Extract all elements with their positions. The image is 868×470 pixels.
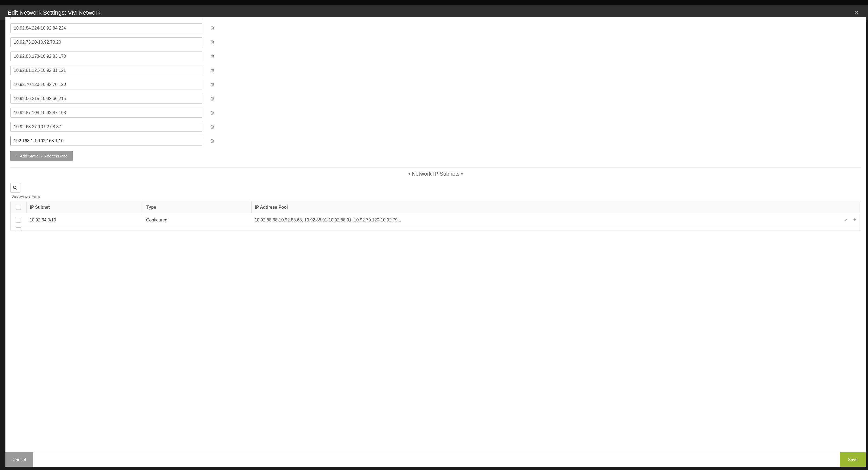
ip-pool-input[interactable] (10, 23, 202, 33)
pencil-icon[interactable] (844, 217, 849, 223)
svg-point-0 (13, 186, 16, 189)
ip-pool-input[interactable] (10, 108, 202, 118)
modal-body: + Add Static IP Address Pool • Network I… (5, 17, 866, 467)
add-button-label: Add Static IP Address Pool (20, 154, 68, 158)
row-checkbox[interactable] (16, 227, 21, 230)
table-row[interactable]: 10.92.64.0/19 Configured 10.92.88.68-10.… (10, 213, 861, 227)
ip-pool-row (10, 122, 861, 132)
ip-pool-input[interactable] (10, 94, 202, 103)
trash-icon[interactable] (210, 54, 215, 59)
add-static-ip-pool-button[interactable]: + Add Static IP Address Pool (10, 151, 73, 161)
ip-pool-row (10, 52, 861, 61)
section-title-subnets: • Network IP Subnets • (10, 171, 861, 177)
close-icon[interactable]: × (852, 9, 860, 16)
trash-icon[interactable] (210, 110, 215, 115)
cell-type: Configured (143, 213, 251, 227)
trash-icon[interactable] (210, 40, 215, 45)
row-actions (842, 217, 861, 223)
trash-icon[interactable] (210, 26, 215, 31)
save-button[interactable]: Save (840, 452, 866, 467)
ip-pool-input[interactable] (10, 122, 202, 132)
ip-pool-input[interactable] (10, 136, 202, 146)
ip-pool-row (10, 66, 861, 75)
ip-pool-row (10, 136, 861, 146)
header-ip-pool[interactable]: IP Address Pool (251, 201, 842, 213)
trash-icon[interactable] (210, 124, 215, 129)
footer-spacer (33, 452, 840, 467)
trash-icon[interactable] (210, 82, 215, 87)
ip-pool-row (10, 108, 861, 118)
ip-pool-row (10, 37, 861, 47)
header-checkbox-cell (10, 205, 26, 210)
trash-icon[interactable] (210, 138, 215, 144)
trash-icon[interactable] (210, 96, 215, 101)
ip-pool-row-partial (10, 17, 202, 19)
subnet-table: IP Subnet Type IP Address Pool 10.92.64.… (10, 201, 861, 231)
row-checkbox-cell (10, 218, 26, 222)
row-checkbox[interactable] (16, 218, 21, 222)
modal-title: Edit Network Settings: VM Network (8, 9, 100, 16)
header-ip-subnet[interactable]: IP Subnet (26, 201, 143, 213)
subnet-count-label: Displaying 2 items (11, 194, 40, 198)
ip-pool-row (10, 80, 861, 89)
search-button[interactable] (10, 183, 20, 193)
cancel-button[interactable]: Cancel (5, 452, 33, 467)
window-chrome-top (0, 0, 868, 5)
ip-pool-input[interactable] (10, 80, 202, 89)
plus-icon: + (14, 153, 17, 158)
table-header-row: IP Subnet Type IP Address Pool (10, 201, 861, 213)
modal-scroll-area[interactable]: + Add Static IP Address Pool • Network I… (5, 17, 866, 452)
app-shell: Edit Network Settings: VM Network × (0, 0, 868, 470)
plus-icon[interactable] (852, 217, 857, 223)
header-type[interactable]: Type (143, 201, 251, 213)
subnet-toolbar: Displaying 2 items (10, 183, 861, 198)
trash-icon[interactable] (210, 68, 215, 73)
ip-pool-row (10, 94, 861, 103)
ip-pool-input[interactable] (10, 52, 202, 61)
ip-pool-row (10, 23, 861, 33)
cell-ip-pool: 10.92.88.68-10.92.88.68, 10.92.88.91-10.… (251, 213, 842, 227)
table-row-partial (10, 227, 861, 231)
cell-ip-pool-text: 10.92.88.68-10.92.88.68, 10.92.88.91-10.… (254, 218, 401, 222)
section-divider (10, 167, 861, 168)
cell-ip-subnet: 10.92.64.0/19 (26, 213, 143, 227)
search-icon (12, 185, 18, 191)
ip-pool-input[interactable] (10, 66, 202, 75)
modal-footer: Cancel Save (5, 452, 866, 467)
select-all-checkbox[interactable] (16, 205, 21, 210)
ip-pool-input[interactable] (10, 37, 202, 47)
